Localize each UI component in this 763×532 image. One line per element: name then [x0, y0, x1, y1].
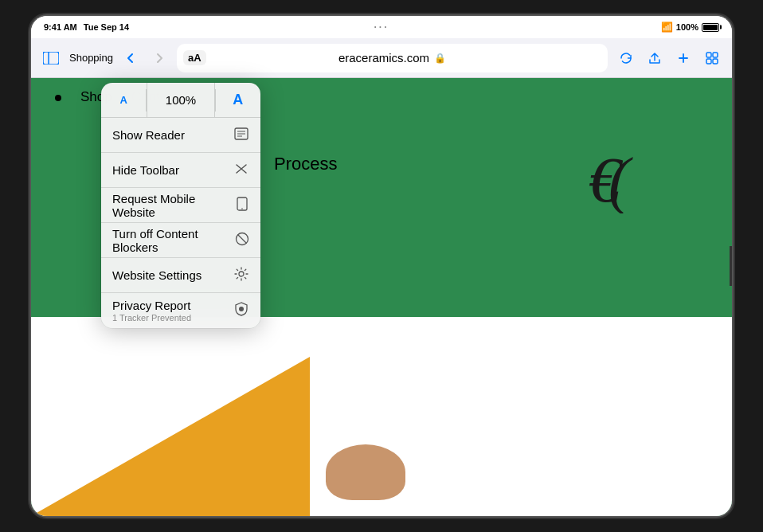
privacy-report-menu-item[interactable]: Privacy Report 1 Tracker Prevented: [101, 293, 260, 328]
svg-rect-2: [706, 53, 711, 57]
time: 9:41 AM: [44, 22, 77, 32]
status-right: 📶 100%: [661, 22, 719, 33]
svg-rect-4: [706, 59, 711, 64]
ce-logo: €(: [585, 142, 688, 217]
address-bar[interactable]: aA eraceramics.com 🔒: [177, 44, 608, 72]
hide-toolbar-label: Hide Toolbar: [112, 163, 179, 177]
status-bar: 9:41 AM Tue Sep 14 ··· 📶 100%: [31, 16, 732, 38]
settings-icon: [233, 267, 249, 284]
svg-point-16: [239, 307, 244, 311]
decrease-font-button[interactable]: A: [101, 83, 146, 117]
svg-rect-3: [713, 53, 718, 57]
website-settings-label: Website Settings: [112, 268, 202, 282]
clay-object: [326, 444, 405, 500]
blockers-icon: [235, 232, 249, 249]
aa-button[interactable]: aA: [183, 50, 206, 65]
nav-dot: [55, 95, 61, 101]
website-settings-menu-item[interactable]: Website Settings: [101, 258, 260, 293]
battery-indicator: [702, 23, 719, 32]
wifi-icon: 📶: [661, 22, 673, 33]
svg-text:€(: €(: [589, 145, 633, 213]
overflow-dots-status: ···: [374, 22, 389, 33]
status-left: 9:41 AM Tue Sep 14: [44, 22, 129, 32]
dropdown-menu: A 100% A Show Reader Hide Toolb: [101, 83, 260, 328]
date: Tue Sep 14: [84, 22, 129, 32]
svg-point-15: [239, 272, 244, 276]
mobile-icon: [234, 197, 249, 214]
add-tab-button[interactable]: [671, 46, 695, 70]
orange-triangle: [31, 357, 310, 516]
signal-text: 100%: [676, 22, 698, 32]
home-indicator[interactable]: [730, 246, 732, 286]
svg-rect-5: [713, 59, 718, 64]
status-center: ···: [374, 22, 389, 33]
privacy-icon: [233, 302, 249, 319]
process-label: Process: [274, 154, 337, 174]
forward-button[interactable]: [148, 47, 170, 69]
toolbar-actions: [614, 46, 724, 70]
svg-point-12: [241, 208, 243, 209]
turn-off-blockers-label: Turn off Content Blockers: [112, 227, 235, 254]
reader-icon: [233, 127, 249, 143]
svg-rect-0: [43, 52, 59, 65]
tabs-overview-button[interactable]: [700, 46, 724, 70]
privacy-report-label: Privacy Report: [112, 299, 191, 312]
back-button[interactable]: [119, 47, 142, 69]
toolbar-icon: [233, 162, 249, 178]
increase-font-button[interactable]: A: [216, 83, 260, 117]
share-button[interactable]: [643, 46, 667, 70]
privacy-report-text-group: Privacy Report 1 Tracker Prevented: [112, 299, 191, 323]
white-section: [31, 317, 732, 516]
request-mobile-menu-item[interactable]: Request Mobile Website: [101, 188, 260, 223]
show-reader-menu-item[interactable]: Show Reader: [101, 118, 260, 153]
reload-button[interactable]: [614, 46, 638, 70]
font-size-row: A 100% A: [101, 83, 260, 118]
tab-label: Shopping: [69, 52, 113, 64]
sidebar-toggle-button[interactable]: [39, 46, 63, 70]
font-percent-display: 100%: [147, 83, 215, 117]
svg-line-14: [237, 234, 246, 243]
lock-icon: 🔒: [434, 53, 446, 64]
url-text: eraceramics.com: [338, 51, 429, 65]
ipad-device: 9:41 AM Tue Sep 14 ··· 📶 100% Shopping: [31, 16, 732, 516]
turn-off-blockers-menu-item[interactable]: Turn off Content Blockers: [101, 223, 260, 258]
show-reader-label: Show Reader: [112, 128, 185, 142]
browser-chrome: Shopping aA eraceramics.com 🔒: [31, 38, 732, 78]
battery-fill: [703, 25, 718, 30]
request-mobile-label: Request Mobile Website: [112, 192, 234, 219]
privacy-report-sublabel: 1 Tracker Prevented: [112, 313, 191, 323]
hide-toolbar-menu-item[interactable]: Hide Toolbar: [101, 153, 260, 188]
